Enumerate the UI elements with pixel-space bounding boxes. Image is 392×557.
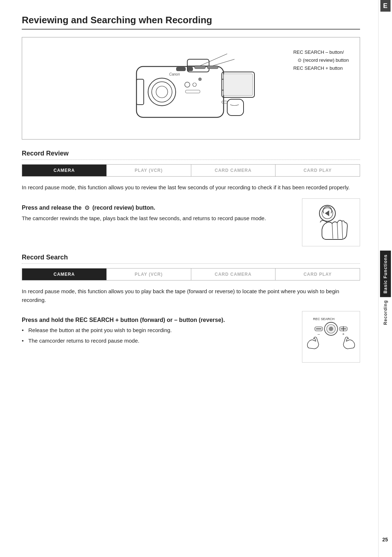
camera-diagram-box: Canon REC SEARCH – button/ — [22, 37, 360, 140]
callout-1: REC SEARCH – button/ — [293, 48, 349, 56]
mode-bar-record-search: CAMERA PLAY (VCR) CARD CAMERA CARD PLAY — [22, 268, 360, 280]
callout-3: REC SEARCH + button — [293, 64, 349, 72]
mode-camera-2: CAMERA — [22, 269, 107, 280]
camera-illustration-svg: Canon — [115, 45, 260, 132]
camera-diagram-inner: Canon REC SEARCH – button/ — [29, 45, 352, 132]
svg-point-17 — [193, 83, 196, 86]
mode-camera-1: CAMERA — [22, 165, 107, 176]
mode-card-camera-1: CARD CAMERA — [191, 165, 276, 176]
record-review-heading: Record Review — [22, 150, 360, 157]
e-badge: E — [380, 0, 391, 12]
svg-point-2 — [152, 82, 172, 102]
bullet-1: Release the button at the point you wish… — [22, 326, 295, 335]
svg-rect-19 — [185, 90, 200, 93]
record-search-text-block: Press and hold the REC SEARCH + button (… — [22, 311, 295, 347]
page-title: Reviewing and Searching when Recording — [22, 15, 360, 30]
record-search-subheading: Press and hold the REC SEARCH + button (… — [22, 317, 295, 323]
camera-svg-area: Canon — [115, 45, 267, 132]
svg-rect-13 — [195, 66, 205, 69]
callout-2: ⊙ (record review) button — [293, 56, 349, 64]
page-container: Reviewing and Searching when Recording — [0, 0, 392, 557]
mode-card-play-1: CARD PLAY — [275, 165, 360, 176]
svg-point-16 — [185, 82, 190, 87]
record-review-icon: ⊙ — [85, 205, 89, 211]
review-button-svg — [307, 202, 355, 242]
right-sidebar: E Basic Functions Recording 25 — [378, 0, 392, 557]
search-button-svg: REC SEARCH – + — [306, 315, 356, 359]
svg-rect-12 — [187, 67, 193, 71]
sidebar-basic-functions: Basic Functions — [380, 251, 391, 297]
sidebar-labels: Basic Functions Recording — [380, 19, 391, 557]
mode-bar-record-review: CAMERA PLAY (VCR) CARD CAMERA CARD PLAY — [22, 164, 360, 177]
record-review-illustration — [302, 198, 360, 246]
record-search-illustration: REC SEARCH – + — [302, 311, 360, 363]
mode-play-vcr-1: PLAY (VCR) — [107, 165, 191, 176]
main-content: Reviewing and Searching when Recording — [0, 0, 378, 557]
sidebar-recording: Recording — [383, 300, 388, 325]
record-search-heading: Record Search — [22, 254, 360, 261]
svg-point-18 — [199, 78, 201, 81]
callout-labels: REC SEARCH – button/ ⊙ (record review) b… — [293, 48, 349, 72]
record-review-body: In record pause mode, this function allo… — [22, 183, 360, 192]
svg-rect-4 — [136, 79, 144, 105]
svg-rect-11 — [176, 67, 185, 71]
bullet-2: The camcorder returns to record pause mo… — [22, 337, 295, 345]
svg-text:REC SEARCH: REC SEARCH — [313, 317, 334, 321]
mode-card-camera-2: CARD CAMERA — [191, 269, 276, 280]
divider-2 — [22, 263, 360, 264]
mode-play-vcr-2: PLAY (VCR) — [107, 269, 191, 280]
svg-point-3 — [156, 86, 168, 98]
record-search-detail: Press and hold the REC SEARCH + button (… — [22, 311, 360, 363]
svg-rect-8 — [224, 74, 253, 96]
svg-rect-0 — [136, 66, 224, 117]
record-review-subheading: Press and release the ⊙ (record review) … — [22, 204, 295, 211]
record-search-body: In record pause mode, this function allo… — [22, 287, 360, 304]
record-review-description: The camcorder rewinds the tape, plays ba… — [22, 214, 295, 223]
svg-line-22 — [213, 59, 234, 66]
svg-line-28 — [342, 221, 343, 239]
svg-rect-15 — [227, 99, 244, 116]
svg-line-27 — [337, 223, 338, 239]
svg-text:–: – — [318, 332, 320, 336]
svg-text:Canon: Canon — [169, 72, 180, 76]
record-review-text-block: Press and release the ⊙ (record review) … — [22, 198, 295, 229]
svg-line-26 — [332, 223, 333, 239]
divider-1 — [22, 160, 360, 160]
page-number: 25 — [378, 537, 392, 542]
svg-rect-14 — [207, 66, 218, 69]
svg-point-1 — [148, 78, 176, 106]
record-search-bullets: Release the button at the point you wish… — [22, 326, 295, 345]
record-review-detail: Press and release the ⊙ (record review) … — [22, 198, 360, 246]
svg-text:+: + — [342, 332, 344, 336]
svg-rect-23 — [222, 101, 227, 103]
mode-card-play-2: CARD PLAY — [275, 269, 360, 280]
svg-point-32 — [329, 327, 333, 331]
svg-line-21 — [200, 54, 227, 66]
